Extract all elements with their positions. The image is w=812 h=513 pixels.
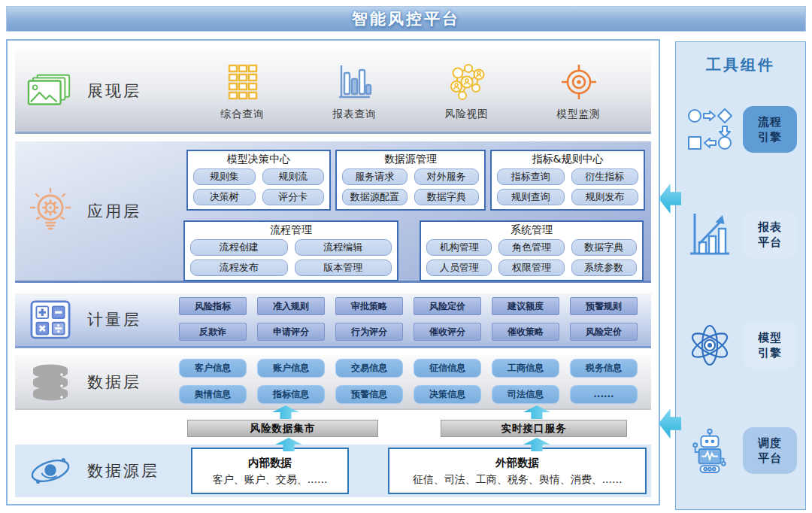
external-data-content: 征信、司法、工商、税务、舆情、消费、......: [413, 473, 623, 487]
data-button[interactable]: 交易信息: [335, 359, 403, 378]
data-button[interactable]: 工商信息: [492, 359, 559, 378]
presentation-layer-head: 展现层: [15, 50, 179, 132]
data-button[interactable]: ......: [570, 385, 638, 404]
group-model-decision-center: 模型决策中心 规则集 规则流 决策树 评分卡: [186, 150, 331, 211]
pres-item-composite-query[interactable]: 综合查询: [221, 62, 265, 121]
measure-button[interactable]: 申请评分: [257, 323, 325, 341]
pres-item-label: 模型监测: [557, 108, 601, 121]
schedule-platform-button[interactable]: 调度 平台: [743, 427, 797, 474]
model-engine-button[interactable]: 模型 引擎: [743, 322, 797, 369]
tool-components-title: 工具组件: [676, 55, 805, 75]
app-button-staff-management[interactable]: 人员管理: [426, 260, 492, 276]
data-button[interactable]: 司法信息: [492, 385, 559, 404]
pres-item-label: 风险视图: [445, 108, 489, 121]
app-button-derived-indicator[interactable]: 衍生指标: [571, 168, 639, 185]
data-button[interactable]: 账户信息: [257, 359, 325, 378]
group-system-management: 系统管理 机构管理 角色管理 数据字典 人员管理 权限管理 系统参数: [420, 220, 644, 281]
data-button[interactable]: 征信信息: [414, 359, 481, 378]
flowchart-icon: [685, 108, 735, 151]
app-button-data-dictionary[interactable]: 数据字典: [414, 189, 480, 205]
tool-components-sidebar: 工具组件 流程 引擎: [675, 41, 806, 510]
datasource-layer-head: 数据源层: [15, 445, 179, 497]
data-button[interactable]: 税务信息: [570, 359, 638, 378]
app-button-role-management[interactable]: 角色管理: [498, 239, 564, 256]
app-button-scorecard[interactable]: 评分卡: [262, 189, 325, 205]
group-process-management: 流程管理 流程创建 流程编辑 流程发布 版本管理: [183, 220, 398, 281]
app-button-process-create[interactable]: 流程创建: [190, 239, 288, 256]
measure-buttons: 风险指标 准入规则 审批策略 风险定价 建议额度 预警规则 反欺诈 申请评分 行…: [179, 293, 651, 346]
app-button-datasource-config[interactable]: 数据源配置: [342, 189, 408, 205]
app-button-process-edit[interactable]: 流程编辑: [295, 239, 392, 256]
tool-item-schedule-platform: 调度 平台: [676, 426, 805, 475]
app-button-data-dictionary[interactable]: 数据字典: [571, 239, 637, 256]
internal-data-title: 内部数据: [248, 456, 292, 470]
group-datasource-management: 数据源管理 服务请求 对外服务 数据源配置 数据字典: [335, 150, 486, 211]
tool-button-label-line2: 平台: [758, 235, 782, 250]
grid-icon: [227, 62, 259, 102]
platform-title: 智能风控平台: [352, 8, 460, 29]
measure-button[interactable]: 建议额度: [492, 297, 559, 315]
measure-button[interactable]: 审批策略: [335, 297, 403, 315]
measure-button[interactable]: 行为评分: [335, 323, 403, 341]
atom-icon: [685, 323, 735, 368]
measure-button[interactable]: 催收策略: [492, 323, 559, 341]
data-button[interactable]: 预警信息: [335, 385, 403, 404]
app-button-org-management[interactable]: 机构管理: [426, 239, 492, 256]
pres-item-label: 综合查询: [221, 108, 265, 121]
presentation-layer-row: 展现层 综合查询: [15, 50, 651, 134]
galaxy-icon: [26, 451, 75, 490]
tool-item-model-engine: 模型 引擎: [676, 321, 805, 369]
tool-button-label-line1: 模型: [758, 330, 782, 345]
measure-layer-row: 计量层 风险指标 准入规则 审批策略 风险定价 建议额度 预警规则 反欺诈 申请…: [15, 293, 651, 348]
measure-button[interactable]: 风险定价: [570, 323, 638, 341]
app-button-external-service[interactable]: 对外服务: [414, 168, 480, 185]
internal-data-box: 内部数据 客户、账户、交易、......: [191, 448, 349, 494]
app-button-rule-publish[interactable]: 规则发布: [571, 189, 639, 205]
app-button-version-management[interactable]: 版本管理: [295, 260, 392, 276]
measure-button[interactable]: 催收评分: [414, 323, 481, 341]
data-button[interactable]: 舆情信息: [179, 385, 247, 404]
data-button[interactable]: 指标信息: [257, 385, 325, 404]
tool-button-label-line1: 报表: [758, 220, 782, 235]
measure-button[interactable]: 反欺诈: [179, 323, 247, 341]
app-button-ruleset[interactable]: 规则集: [193, 168, 256, 185]
measure-button[interactable]: 风险指标: [179, 297, 247, 315]
app-button-permission-management[interactable]: 权限管理: [498, 260, 564, 276]
group-title: 数据源管理: [342, 153, 479, 166]
data-button[interactable]: 客户信息: [179, 359, 247, 378]
network-people-icon: [447, 62, 486, 102]
app-button-rule-query[interactable]: 规则查询: [497, 189, 565, 205]
app-button-system-params[interactable]: 系统参数: [571, 260, 637, 276]
measure-button[interactable]: 预警规则: [570, 297, 638, 315]
process-engine-button[interactable]: 流程 引擎: [743, 106, 797, 153]
tool-button-label-line2: 引擎: [758, 129, 782, 144]
data-layer-head: 数据层: [15, 355, 179, 408]
pictures-icon: [26, 73, 75, 109]
pres-item-model-monitor[interactable]: 模型监测: [557, 62, 601, 121]
measure-button[interactable]: 准入规则: [257, 297, 325, 315]
app-button-indicator-query[interactable]: 指标查询: [497, 168, 565, 185]
robot-icon: [685, 427, 735, 474]
presentation-items: 综合查询 报表查询: [179, 50, 651, 132]
target-icon: [560, 62, 598, 102]
application-layer-row: 应用层 模型决策中心 规则集 规则流 决策树 评分卡 数据源管理: [15, 141, 651, 283]
risk-data-mart-bar: 风险数据集市: [187, 420, 378, 437]
datasource-layer-row: 数据源层 内部数据 客户、账户、交易、...... 外部数据 征信、司法、工商、…: [15, 445, 651, 497]
pres-item-report-query[interactable]: 报表查询: [333, 62, 377, 121]
presentation-layer-label: 展现层: [87, 80, 141, 102]
app-button-decision-tree[interactable]: 决策树: [193, 189, 256, 205]
report-platform-button[interactable]: 报表 平台: [743, 211, 797, 258]
pres-item-risk-view[interactable]: 风险视图: [445, 62, 489, 121]
main-architecture-panel: 展现层 综合查询: [6, 39, 660, 505]
data-buttons: 客户信息 账户信息 交易信息 征信信息 工商信息 税务信息 舆情信息 指标信息 …: [179, 355, 651, 408]
app-button-process-publish[interactable]: 流程发布: [190, 260, 288, 276]
app-button-ruleflow[interactable]: 规则流: [262, 168, 325, 185]
measure-button[interactable]: 风险定价: [414, 297, 481, 315]
external-data-box: 外部数据 征信、司法、工商、税务、舆情、消费、......: [388, 448, 647, 494]
data-layer-row: 数据层 客户信息 账户信息 交易信息 征信信息 工商信息 税务信息 舆情信息 指…: [15, 355, 651, 410]
realtime-interface-service-bar: 实时接口服务: [441, 420, 627, 437]
group-title: 模型决策中心: [193, 153, 324, 166]
app-button-service-request[interactable]: 服务请求: [342, 168, 408, 185]
data-button[interactable]: 决策信息: [414, 385, 481, 404]
tool-button-label-line2: 引擎: [758, 345, 782, 360]
